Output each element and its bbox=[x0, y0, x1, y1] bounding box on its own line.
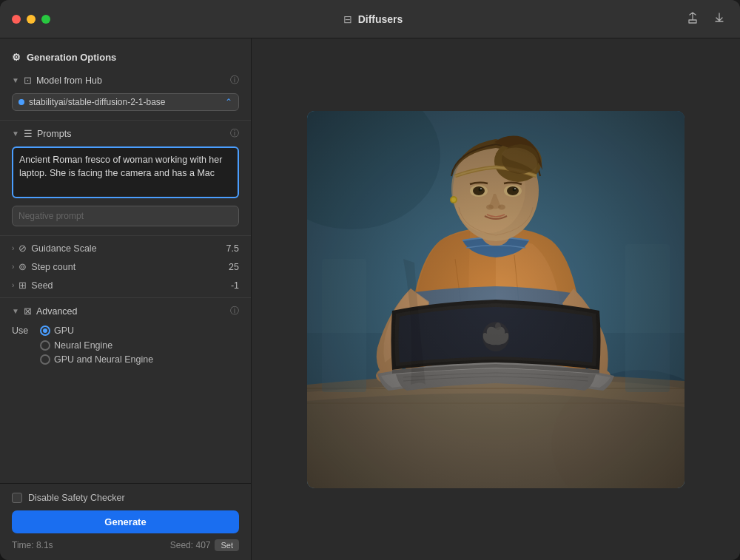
advanced-content: Use GPU Neural Engine bbox=[0, 321, 251, 374]
prompts-section: ▼ ☰ Prompts ⓘ Ancient Roman fresco of wo… bbox=[0, 124, 251, 232]
safety-label: Disable Safety Checker bbox=[28, 493, 125, 503]
svg-rect-32 bbox=[307, 111, 684, 488]
step-icon: ⊚ bbox=[18, 261, 27, 272]
model-status-dot bbox=[18, 99, 24, 105]
seed-area: Seed: 407 Set bbox=[170, 539, 239, 551]
guidance-icon: ⊘ bbox=[18, 243, 27, 254]
advanced-label: Advanced bbox=[36, 306, 78, 317]
close-button[interactable] bbox=[12, 15, 21, 24]
divider-2 bbox=[0, 235, 251, 236]
model-dropdown-arrow: ⌃ bbox=[225, 97, 232, 107]
model-section: ▼ ⊡ Model from Hub ⓘ stabilityai/stable-… bbox=[0, 70, 251, 117]
download-button[interactable] bbox=[710, 9, 728, 30]
titlebar: ⊟ Diffusers bbox=[0, 0, 740, 38]
titlebar-center: ⊟ Diffusers bbox=[62, 13, 684, 25]
gpu-radio-label: GPU bbox=[54, 325, 74, 336]
generation-options-header: ⚙ Generation Options bbox=[0, 47, 251, 67]
advanced-info-button[interactable]: ⓘ bbox=[230, 305, 239, 317]
sidebar-footer: Disable Safety Checker Generate Time: 8.… bbox=[0, 483, 251, 560]
main-content-area: ⚙ Generation Options ▼ ⊡ Model from Hub … bbox=[0, 38, 740, 560]
gpu-radio-inner bbox=[43, 328, 47, 333]
prompts-label: Prompts bbox=[37, 129, 72, 139]
guidance-scale-label: Guidance Scale bbox=[31, 243, 96, 254]
step-count-value: 25 bbox=[229, 262, 239, 272]
generation-options-icon: ⚙ bbox=[12, 52, 21, 63]
seed-chevron-icon: › bbox=[12, 281, 14, 289]
time-label: Time: 8.1s bbox=[12, 540, 53, 550]
guidance-scale-value: 7.5 bbox=[226, 243, 239, 254]
gpu-neural-label: GPU and Neural Engine bbox=[54, 354, 153, 365]
step-count-label: Step count bbox=[31, 262, 75, 272]
advanced-header-left: ▼ ⊠ Advanced bbox=[12, 306, 78, 317]
divider-1 bbox=[0, 120, 251, 121]
gpu-neural-row: GPU and Neural Engine bbox=[12, 354, 239, 365]
model-content: stabilityai/stable-diffusion-2-1-base ⌃ bbox=[0, 90, 251, 117]
titlebar-actions bbox=[684, 9, 728, 30]
model-select[interactable]: stabilityai/stable-diffusion-2-1-base ⌃ bbox=[12, 93, 239, 111]
model-label: Model from Hub bbox=[36, 75, 102, 86]
app-title: Diffusers bbox=[358, 13, 403, 25]
gpu-radio-option[interactable]: GPU bbox=[40, 325, 74, 336]
seed-icon: ⊞ bbox=[18, 280, 27, 291]
guidance-scale-row[interactable]: › ⊘ Guidance Scale 7.5 bbox=[0, 239, 251, 257]
traffic-lights bbox=[12, 15, 50, 24]
model-header[interactable]: ▼ ⊡ Model from Hub ⓘ bbox=[0, 70, 251, 90]
step-count-left: › ⊚ Step count bbox=[12, 261, 75, 272]
generated-image-container bbox=[307, 111, 684, 488]
model-header-left: ▼ ⊡ Model from Hub bbox=[12, 75, 102, 86]
guidance-chevron-icon: › bbox=[12, 244, 14, 252]
safety-row: Disable Safety Checker bbox=[12, 493, 239, 503]
gpu-radio-circle bbox=[40, 325, 50, 336]
prompts-content: Ancient Roman fresco of woman working wi… bbox=[0, 144, 251, 232]
seed-label: Seed bbox=[31, 280, 53, 291]
model-icon: ⊡ bbox=[24, 75, 32, 86]
sidebar-main: ⚙ Generation Options ▼ ⊡ Model from Hub … bbox=[0, 38, 251, 483]
neural-engine-radio-circle bbox=[40, 340, 50, 351]
generation-options-title: Generation Options bbox=[27, 52, 116, 63]
prompts-chevron-icon: ▼ bbox=[12, 129, 19, 138]
status-row: Time: 8.1s Seed: 407 Set bbox=[12, 539, 239, 551]
step-chevron-icon: › bbox=[12, 263, 14, 271]
neural-engine-row: Neural Engine bbox=[12, 340, 239, 351]
seed-left: › ⊞ Seed bbox=[12, 280, 53, 291]
neural-engine-radio[interactable]: Neural Engine bbox=[40, 340, 112, 351]
model-info-button[interactable]: ⓘ bbox=[230, 74, 239, 87]
sidebar: ⚙ Generation Options ▼ ⊡ Model from Hub … bbox=[0, 38, 252, 560]
seed-display: Seed: 407 bbox=[170, 540, 211, 550]
seed-row[interactable]: › ⊞ Seed -1 bbox=[0, 276, 251, 294]
advanced-icon: ⊠ bbox=[24, 306, 32, 317]
model-value: stabilityai/stable-diffusion-2-1-base bbox=[29, 97, 221, 107]
image-area bbox=[252, 38, 740, 560]
prompt-textarea[interactable]: Ancient Roman fresco of woman working wi… bbox=[12, 146, 239, 198]
seed-value: -1 bbox=[231, 280, 239, 291]
maximize-button[interactable] bbox=[41, 15, 50, 24]
advanced-section: ▼ ⊠ Advanced ⓘ Use bbox=[0, 301, 251, 374]
prompts-header[interactable]: ▼ ☰ Prompts ⓘ bbox=[0, 124, 251, 144]
use-row: Use GPU bbox=[12, 325, 239, 336]
guidance-scale-left: › ⊘ Guidance Scale bbox=[12, 243, 97, 254]
advanced-chevron-icon: ▼ bbox=[12, 307, 19, 315]
prompts-icon: ☰ bbox=[24, 128, 33, 139]
generated-image bbox=[307, 111, 684, 488]
minimize-button[interactable] bbox=[27, 15, 36, 24]
safety-checkbox[interactable] bbox=[12, 493, 22, 503]
share-button[interactable] bbox=[684, 9, 702, 30]
gpu-neural-radio-circle bbox=[40, 354, 50, 365]
model-chevron-icon: ▼ bbox=[12, 76, 19, 84]
negative-prompt-input[interactable] bbox=[12, 206, 239, 226]
step-count-row[interactable]: › ⊚ Step count 25 bbox=[0, 257, 251, 276]
app-icon: ⊟ bbox=[343, 13, 352, 25]
generate-button[interactable]: Generate bbox=[12, 510, 239, 533]
divider-3 bbox=[0, 297, 251, 298]
app-window: ⊟ Diffusers ⚙ Generation Op bbox=[0, 0, 740, 560]
set-seed-button[interactable]: Set bbox=[215, 539, 239, 551]
use-label: Use bbox=[12, 325, 34, 336]
neural-engine-label: Neural Engine bbox=[54, 340, 112, 351]
advanced-header[interactable]: ▼ ⊠ Advanced ⓘ bbox=[0, 301, 251, 321]
prompts-header-left: ▼ ☰ Prompts bbox=[12, 128, 71, 139]
prompts-info-button[interactable]: ⓘ bbox=[230, 127, 239, 140]
gpu-neural-radio[interactable]: GPU and Neural Engine bbox=[40, 354, 153, 365]
